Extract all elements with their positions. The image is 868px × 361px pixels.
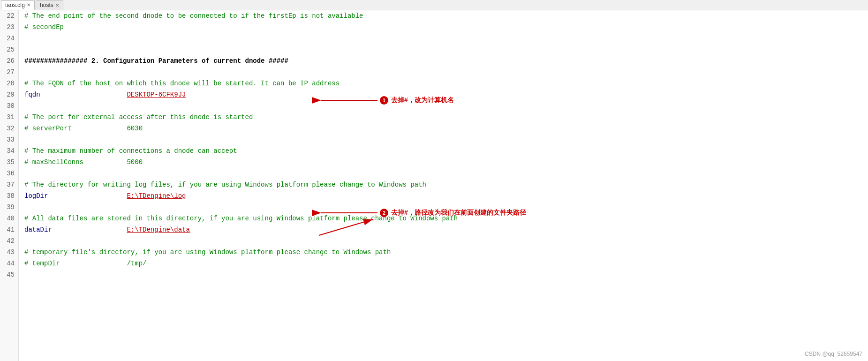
- line-number-27: 27: [4, 67, 15, 78]
- line-number-28: 28: [4, 78, 15, 89]
- config-value-dataDir: E:\TDengine\data: [127, 226, 189, 233]
- line-number-44: 44: [4, 258, 15, 269]
- tab-taos-cfg-label: taos.cfg: [5, 2, 25, 8]
- line-number-37: 37: [4, 179, 15, 190]
- editor-area: 2223242526272829303132333435363738394041…: [0, 10, 868, 361]
- code-line-31: # The port for external access after thi…: [24, 112, 862, 123]
- annotation-text-2: 去掉#，路径改为我们在前面创建的文件夹路径: [391, 209, 526, 217]
- line-number-39: 39: [4, 202, 15, 213]
- tab-bar: taos.cfg ✕ hosts ✕: [0, 0, 868, 10]
- code-line-45: [24, 269, 862, 280]
- line-number-42: 42: [4, 235, 15, 247]
- code-line-27: [24, 67, 862, 78]
- line-number-33: 33: [4, 134, 15, 145]
- line-number-30: 30: [4, 100, 15, 112]
- code-line-24: [24, 33, 862, 44]
- code-content: # The end point of the second dnode to b…: [19, 10, 868, 361]
- code-line-33: [24, 134, 862, 145]
- line-number-36: 36: [4, 168, 15, 179]
- line-numbers: 2223242526272829303132333435363738394041…: [0, 10, 19, 361]
- line-number-41: 41: [4, 224, 15, 235]
- line-number-23: 23: [4, 22, 15, 33]
- line-number-35: 35: [4, 157, 15, 168]
- watermark: CSDN @qq_52659547: [805, 351, 862, 357]
- tab-taos-cfg-close[interactable]: ✕: [27, 2, 30, 8]
- tab-hosts-label: hosts: [40, 2, 53, 8]
- tab-taos-cfg[interactable]: taos.cfg ✕: [1, 0, 35, 10]
- line-number-34: 34: [4, 145, 15, 157]
- line-number-29: 29: [4, 89, 15, 100]
- line-number-24: 24: [4, 33, 15, 44]
- annotation-circle-1: 1: [380, 96, 388, 105]
- config-value-fqdn: DESKTOP-6CFK9JJ: [127, 91, 186, 98]
- code-line-22: # The end point of the second dnode to b…: [24, 10, 862, 22]
- line-number-45: 45: [4, 269, 15, 280]
- code-line-41: dataDir E:\TDengine\data: [24, 224, 862, 235]
- annotation-text-1: 去掉#，改为计算机名: [391, 96, 454, 105]
- tab-hosts[interactable]: hosts ✕: [36, 0, 63, 10]
- line-number-40: 40: [4, 213, 15, 224]
- line-number-32: 32: [4, 123, 15, 134]
- line-number-22: 22: [4, 10, 15, 22]
- line-number-26: 26: [4, 55, 15, 67]
- line-number-25: 25: [4, 44, 15, 55]
- code-line-37: # The directory for writing log files, i…: [24, 179, 862, 190]
- annotation-2: 2去掉#，路径改为我们在前面创建的文件夹路径: [380, 209, 526, 217]
- code-line-26: ################ 2. Configuration Parame…: [24, 55, 862, 67]
- line-number-43: 43: [4, 247, 15, 258]
- code-line-43: # temporary file's directory, if you are…: [24, 247, 862, 258]
- code-line-42: [24, 235, 862, 247]
- code-line-44: # tempDir /tmp/: [24, 258, 862, 269]
- code-line-25: [24, 44, 862, 55]
- code-line-36: [24, 168, 862, 179]
- code-line-28: # The FQDN of the host on which this dno…: [24, 78, 862, 89]
- code-line-32: # serverPort 6030: [24, 123, 862, 134]
- line-number-38: 38: [4, 190, 15, 202]
- code-line-34: # The maximum number of connections a dn…: [24, 145, 862, 157]
- code-line-38: logDir E:\TDengine\log: [24, 190, 862, 202]
- code-line-35: # maxShellConns 5000: [24, 157, 862, 168]
- annotation-1: 1去掉#，改为计算机名: [380, 96, 454, 105]
- annotation-circle-2: 2: [380, 209, 388, 217]
- code-line-23: # secondEp: [24, 22, 862, 33]
- config-value-logDir: E:\TDengine\log: [127, 192, 186, 200]
- tab-hosts-close[interactable]: ✕: [55, 3, 59, 8]
- line-number-31: 31: [4, 112, 15, 123]
